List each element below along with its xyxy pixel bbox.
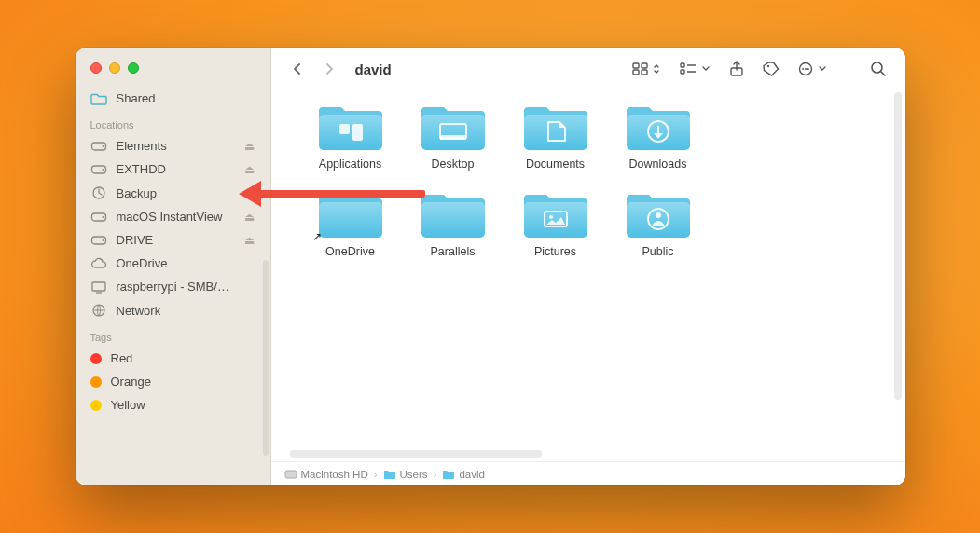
- sidebar-item-shared[interactable]: Shared: [76, 87, 270, 110]
- share-button[interactable]: [724, 57, 750, 81]
- folder-desktop[interactable]: Desktop: [402, 102, 504, 171]
- path-segment-label: Users: [400, 469, 428, 480]
- disk-icon: [90, 211, 107, 224]
- folder-icon: ↗: [318, 189, 383, 239]
- sidebar-item-label: Elements: [117, 139, 233, 153]
- minimize-window-button[interactable]: [109, 62, 120, 74]
- content-area[interactable]: ApplicationsDesktopDocumentsDownloads↗On…: [271, 90, 905, 461]
- svg-rect-38: [421, 202, 485, 238]
- tags-button[interactable]: [757, 58, 785, 80]
- sidebar-location-elements[interactable]: Elements⏏: [76, 134, 270, 157]
- sidebar: Shared Locations Elements⏏EXTHDD⏏Backup↻…: [76, 48, 271, 485]
- more-actions-button[interactable]: [793, 58, 833, 80]
- svg-rect-37: [319, 202, 382, 238]
- sidebar-item-label: EXTHDD: [117, 162, 233, 176]
- eject-button[interactable]: ⏏: [242, 140, 257, 153]
- sidebar-item-label: raspberrypi - SMB/CIFS: [117, 280, 233, 294]
- svg-point-26: [872, 62, 882, 73]
- sidebar-location-drive[interactable]: DRIVE⏏: [76, 228, 270, 252]
- svg-rect-29: [339, 124, 350, 134]
- disk-icon: [90, 140, 107, 153]
- folder-label: Documents: [526, 157, 585, 171]
- folder-label: Downloads: [629, 157, 687, 171]
- sidebar-item-label: Yellow: [111, 398, 257, 412]
- disk-icon: [90, 234, 107, 247]
- svg-rect-33: [440, 135, 466, 140]
- svg-point-23: [802, 68, 804, 70]
- zoom-window-button[interactable]: [128, 62, 139, 74]
- sidebar-location-exthdd[interactable]: EXTHDD⏏: [76, 157, 270, 181]
- svg-point-6: [102, 216, 104, 218]
- content-scrollbar-horizontal[interactable]: [290, 450, 542, 458]
- sidebar-location-backup[interactable]: Backup↻: [76, 181, 270, 205]
- svg-rect-13: [642, 63, 647, 68]
- tag-dot-icon: [90, 376, 102, 388]
- group-by-button[interactable]: [674, 59, 716, 79]
- sidebar-item-label: Shared: [117, 91, 257, 105]
- sidebar-tag-yellow[interactable]: Yellow: [76, 393, 270, 417]
- chevron-updown-icon: [652, 62, 661, 75]
- svg-point-8: [102, 239, 104, 241]
- folder-icon: [421, 102, 486, 152]
- path-segment[interactable]: david: [442, 469, 485, 480]
- shared-folder-icon: [90, 92, 107, 105]
- chevron-down-icon: [701, 64, 711, 74]
- path-segment[interactable]: Macintosh HD: [284, 469, 368, 480]
- folder-icon: [626, 189, 691, 239]
- svg-rect-34: [524, 115, 587, 150]
- close-window-button[interactable]: [90, 62, 102, 74]
- folder-downloads[interactable]: Downloads: [607, 102, 710, 171]
- folder-label: Desktop: [432, 157, 475, 171]
- folder-icon: [523, 189, 588, 239]
- folder-icon: [626, 102, 691, 152]
- svg-point-3: [102, 169, 104, 171]
- folder-icon: [421, 189, 486, 239]
- svg-point-41: [549, 215, 553, 219]
- eject-button[interactable]: ⏏: [242, 163, 257, 176]
- sidebar-tag-red[interactable]: Red: [76, 347, 270, 370]
- folder-applications[interactable]: Applications: [299, 102, 402, 171]
- path-segment[interactable]: Users: [383, 469, 428, 480]
- svg-point-1: [102, 145, 104, 147]
- sidebar-section-locations: Locations: [76, 110, 270, 134]
- content-scrollbar-vertical[interactable]: [894, 92, 902, 400]
- tag-dot-icon: [90, 400, 102, 411]
- sidebar-location-macos-instantview[interactable]: macOS InstantView⏏: [76, 205, 270, 228]
- chevron-down-icon: [818, 64, 827, 74]
- sidebar-item-label: OneDrive: [117, 256, 233, 270]
- svg-rect-30: [352, 124, 363, 141]
- folder-parallels[interactable]: Parallels: [402, 189, 504, 258]
- sync-button[interactable]: ↻: [242, 186, 257, 199]
- time-icon: [90, 185, 107, 200]
- view-icons-button[interactable]: [627, 59, 667, 79]
- forward-button[interactable]: [316, 58, 342, 80]
- sidebar-item-label: Orange: [111, 375, 257, 389]
- folder-label: Pictures: [534, 245, 576, 258]
- path-segment-label: david: [459, 469, 485, 480]
- folder-public[interactable]: Public: [607, 189, 710, 258]
- sidebar-location-network[interactable]: Network: [76, 298, 270, 322]
- folder-onedrive[interactable]: ↗OneDrive: [299, 189, 402, 258]
- svg-rect-15: [642, 70, 647, 75]
- cloud-icon: [90, 257, 107, 270]
- sidebar-location-raspberrypi-smb-cifs[interactable]: raspberrypi - SMB/CIFS: [76, 275, 270, 298]
- sidebar-tag-orange[interactable]: Orange: [76, 370, 270, 393]
- icon-grid: ApplicationsDesktopDocumentsDownloads↗On…: [299, 102, 887, 258]
- svg-rect-28: [319, 115, 382, 150]
- back-button[interactable]: [284, 58, 311, 80]
- svg-point-24: [805, 68, 807, 70]
- sidebar-scrollbar[interactable]: [263, 260, 269, 456]
- window-controls: [76, 59, 270, 87]
- svg-rect-17: [681, 70, 684, 74]
- folder-label: Applications: [319, 157, 381, 171]
- folder-pictures[interactable]: Pictures: [504, 189, 607, 258]
- sidebar-item-label: Network: [117, 304, 233, 318]
- eject-button[interactable]: ⏏: [242, 234, 257, 247]
- svg-rect-39: [524, 202, 587, 238]
- search-button[interactable]: [864, 57, 892, 81]
- sidebar-location-onedrive[interactable]: OneDrive: [76, 252, 270, 275]
- eject-button[interactable]: ⏏: [242, 211, 257, 224]
- sidebar-item-label: Backup: [117, 186, 233, 200]
- folder-documents[interactable]: Documents: [504, 102, 607, 171]
- sidebar-item-label: macOS InstantView: [117, 210, 233, 224]
